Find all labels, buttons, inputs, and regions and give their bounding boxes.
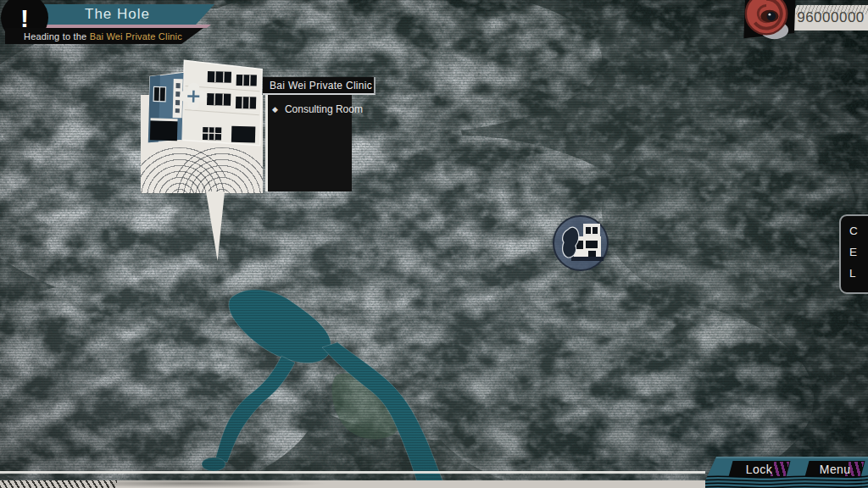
footer-panel: Lock Menu [702, 457, 868, 488]
title-underline [32, 25, 211, 28]
wave-pattern [702, 475, 868, 488]
side-tab-letter: L [849, 263, 868, 284]
popup-menu: ◆ Consulting Room [265, 95, 352, 191]
status-banner: Heading to the Bai Wei Private Clinic [5, 28, 203, 44]
currency-value: 96000000 [788, 9, 865, 26]
game-screen: Bai Wei Private Clinic ◆ Consulting Room… [0, 0, 868, 488]
house-circle-marker[interactable] [551, 214, 610, 273]
currency-plate: 96000000 [785, 5, 868, 30]
currency-display: 96000000 [741, 0, 868, 44]
area-title-banner: The Hole [29, 4, 214, 25]
side-tab-letter: C [849, 220, 868, 241]
cell-side-tab[interactable]: C E L [839, 214, 868, 294]
marker-pointer-tail [206, 191, 225, 261]
popup-title: Bai Wei Private Clinic [263, 77, 376, 95]
side-tab-letter: E [849, 241, 868, 263]
clinic-building-illustration [141, 54, 268, 156]
map-road-line [0, 471, 705, 474]
menu-item-label: Consulting Room [285, 103, 363, 115]
menu-button-label: Menu [820, 463, 851, 476]
red-vortex-icon [743, 0, 792, 42]
clinic-popup: Bai Wei Private Clinic ◆ Consulting Room [141, 51, 378, 263]
bottom-film-strip [0, 480, 705, 488]
map-texture [0, 0, 868, 488]
page-title: The Hole [85, 6, 150, 23]
status-text: Heading to the [24, 31, 90, 42]
status-destination: Bai Wei Private Clinic [90, 31, 182, 42]
diamond-bullet-icon: ◆ [272, 105, 278, 114]
lock-button-label: Lock [746, 463, 772, 476]
menu-item-consulting-room[interactable]: ◆ Consulting Room [268, 100, 352, 119]
popup-title-text: Bai Wei Private Clinic [270, 80, 372, 92]
